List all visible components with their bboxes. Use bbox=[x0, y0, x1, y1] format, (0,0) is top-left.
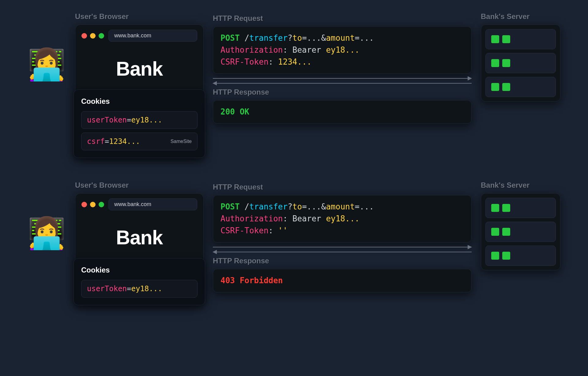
server-label: Bank's Server bbox=[481, 12, 560, 21]
http-endpoint: transfer bbox=[249, 33, 288, 43]
server-unit bbox=[485, 29, 556, 49]
arrow-left-icon bbox=[213, 83, 472, 84]
server-unit bbox=[485, 198, 556, 218]
cookie-value: 1234... bbox=[109, 137, 140, 146]
http-request-label: HTTP Request bbox=[213, 183, 472, 191]
cookie-row: csrf=1234... SameSite bbox=[81, 133, 198, 150]
server-unit bbox=[485, 246, 556, 266]
minimize-icon[interactable] bbox=[90, 202, 96, 207]
led-icon bbox=[491, 228, 499, 236]
browser-column: User's Browser www.bank.com Bank Cookies… bbox=[75, 12, 204, 156]
cookie-key: userToken bbox=[87, 116, 127, 124]
query-value: ... bbox=[307, 33, 321, 43]
site-logo: Bank bbox=[75, 215, 203, 258]
led-icon bbox=[502, 228, 510, 236]
user-technologist-icon: 👩‍💻 bbox=[28, 49, 66, 80]
close-icon[interactable] bbox=[81, 202, 87, 207]
led-icon bbox=[502, 252, 510, 260]
request-header-line: CSRF-Token: '' bbox=[221, 225, 464, 237]
led-icon bbox=[502, 59, 510, 67]
http-column: HTTP Request POST /transfer?to=...&amoun… bbox=[213, 181, 472, 292]
server-column: Bank's Server bbox=[481, 12, 560, 102]
status-code: 403 bbox=[221, 276, 235, 285]
status-text: Forbidden bbox=[240, 276, 283, 285]
cookie-key: csrf bbox=[87, 137, 105, 146]
browser-label: User's Browser bbox=[75, 12, 204, 21]
cookies-panel: Cookies userToken=ey18... bbox=[74, 258, 205, 305]
header-prefix: Bearer bbox=[292, 45, 326, 55]
arrow-left-icon bbox=[213, 252, 472, 252]
csrf-scene-forbidden: 👩‍💻 User's Browser www.bank.com Bank Coo… bbox=[28, 181, 560, 304]
request-line: POST /transfer?to=...&amount=... bbox=[221, 201, 464, 213]
led-icon bbox=[491, 59, 499, 67]
http-request-box: POST /transfer?to=...&amount=... Authori… bbox=[213, 195, 472, 243]
maximize-icon[interactable] bbox=[99, 33, 104, 39]
header-value: ey18... bbox=[326, 45, 360, 55]
request-header-line: Authorization: Bearer ey18... bbox=[221, 213, 464, 225]
header-value: '' bbox=[278, 226, 288, 235]
http-method: POST bbox=[221, 202, 240, 211]
user-column: 👩‍💻 bbox=[28, 12, 66, 80]
header-value: 1234... bbox=[278, 57, 312, 66]
browser-window: www.bank.com Bank Cookies userToken=ey18… bbox=[75, 193, 204, 304]
csrf-scene-success: 👩‍💻 User's Browser www.bank.com Bank Coo… bbox=[28, 12, 560, 156]
minimize-icon[interactable] bbox=[90, 33, 96, 39]
cookie-value: ey18... bbox=[131, 284, 162, 293]
query-value: ... bbox=[360, 202, 374, 211]
samesite-badge: SameSite bbox=[171, 139, 192, 144]
server-unit bbox=[485, 77, 556, 97]
http-request-box: POST /transfer?to=...&amount=... Authori… bbox=[213, 26, 472, 74]
browser-titlebar: www.bank.com bbox=[75, 194, 203, 215]
cookies-heading: Cookies bbox=[81, 266, 198, 274]
server-column: Bank's Server bbox=[481, 181, 560, 270]
header-name: Authorization bbox=[221, 214, 283, 223]
header-name: CSRF-Token bbox=[221, 226, 269, 235]
cookie-value: ey18... bbox=[131, 116, 162, 124]
browser-window: www.bank.com Bank Cookies userToken=ey18… bbox=[75, 24, 204, 156]
http-endpoint: transfer bbox=[249, 202, 288, 211]
status-text: OK bbox=[240, 107, 249, 116]
server-rack bbox=[481, 193, 560, 270]
http-response-box: 200 OK bbox=[213, 100, 472, 124]
cookie-row: userToken=ey18... bbox=[81, 280, 198, 298]
server-unit bbox=[485, 222, 556, 242]
server-unit bbox=[485, 53, 556, 73]
browser-label: User's Browser bbox=[75, 181, 204, 190]
arrow-right-icon bbox=[213, 247, 472, 247]
query-value: ... bbox=[360, 33, 374, 43]
user-technologist-icon: 👩‍💻 bbox=[28, 218, 66, 248]
traffic-lights bbox=[81, 33, 104, 39]
http-response-label: HTTP Response bbox=[213, 257, 472, 265]
url-bar[interactable]: www.bank.com bbox=[108, 30, 197, 42]
http-response-label: HTTP Response bbox=[213, 88, 472, 96]
maximize-icon[interactable] bbox=[99, 202, 104, 207]
header-name: CSRF-Token bbox=[221, 57, 269, 66]
site-logo: Bank bbox=[75, 47, 203, 89]
led-icon bbox=[491, 204, 499, 212]
query-key: amount bbox=[326, 33, 355, 43]
query-key: to bbox=[292, 33, 302, 43]
header-prefix: Bearer bbox=[292, 214, 326, 223]
url-bar[interactable]: www.bank.com bbox=[108, 198, 197, 210]
led-icon bbox=[491, 35, 499, 43]
query-value: ... bbox=[307, 202, 321, 211]
query-key: amount bbox=[326, 202, 355, 211]
led-icon bbox=[491, 83, 499, 91]
status-code: 200 bbox=[221, 107, 235, 116]
server-rack bbox=[481, 24, 560, 102]
arrow-right-icon bbox=[213, 78, 472, 79]
led-icon bbox=[502, 83, 510, 91]
close-icon[interactable] bbox=[81, 33, 87, 39]
cookie-key: userToken bbox=[87, 284, 127, 293]
http-response-box: 403 Forbidden bbox=[213, 269, 472, 292]
http-request-label: HTTP Request bbox=[213, 14, 472, 23]
traffic-lights bbox=[81, 202, 104, 207]
cookie-row: userToken=ey18... bbox=[81, 111, 198, 129]
request-line: POST /transfer?to=...&amount=... bbox=[221, 32, 464, 44]
request-header-line: Authorization: Bearer ey18... bbox=[221, 44, 464, 56]
cookies-heading: Cookies bbox=[81, 97, 198, 106]
http-column: HTTP Request POST /transfer?to=...&amoun… bbox=[213, 12, 472, 124]
http-path: / bbox=[244, 202, 249, 211]
query-key: to bbox=[292, 202, 302, 211]
led-icon bbox=[491, 252, 499, 260]
